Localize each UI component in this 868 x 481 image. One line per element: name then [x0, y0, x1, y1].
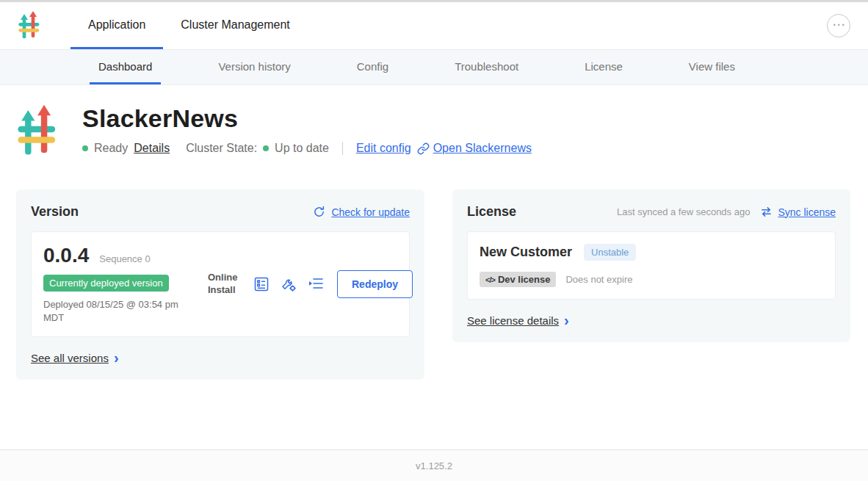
license-type-badge: </> Dev license: [480, 272, 556, 287]
redeploy-button[interactable]: Redeploy: [337, 270, 413, 298]
tab-dashboard[interactable]: Dashboard: [90, 50, 161, 84]
dashboard-main: SlackerNews Ready Details Cluster State:…: [0, 85, 868, 449]
edit-config-button[interactable]: [280, 275, 297, 293]
check-update-link-label: Check for update: [331, 206, 410, 218]
tab-config[interactable]: Config: [348, 50, 397, 84]
open-app-link-label: Open Slackernews: [433, 142, 532, 155]
edit-config-link[interactable]: Edit config: [356, 142, 411, 155]
cluster-state-dot: [263, 145, 269, 151]
app-header: SlackerNews Ready Details Cluster State:…: [16, 104, 850, 159]
sync-license-label: Sync license: [778, 206, 836, 218]
view-config-button[interactable]: [253, 275, 270, 293]
license-panel: New Customer Unstable </> Dev license Do…: [467, 231, 836, 300]
install-type-label: Online Install: [208, 272, 242, 297]
app-status-text: Ready: [94, 142, 128, 155]
cluster-state-value: Up to date: [275, 142, 329, 155]
sync-license-link[interactable]: Sync license: [760, 206, 836, 218]
check-update-link[interactable]: Check for update: [313, 206, 410, 218]
license-card: License Last synced a few seconds ago Sy…: [452, 189, 850, 342]
tab-troubleshoot[interactable]: Troubleshoot: [446, 50, 527, 84]
details-link[interactable]: Details: [134, 142, 170, 155]
open-app-link[interactable]: Open Slackernews: [417, 142, 532, 155]
console-footer: v1.125.2: [0, 449, 868, 481]
version-card-title: Version: [31, 204, 79, 220]
ready-status-dot: [82, 145, 88, 151]
deployed-timestamp: Deployed 08/15/25 @ 03:54 pm MDT: [43, 298, 190, 325]
link-icon: [417, 142, 430, 155]
tab-version-history[interactable]: Version history: [209, 50, 299, 84]
ellipsis-icon: ⋯: [833, 18, 845, 31]
code-icon: </>: [485, 275, 495, 284]
refresh-icon: [313, 206, 325, 218]
channel-badge: Unstable: [584, 244, 636, 261]
top-navigation-bar: Application Cluster Management ⋯: [0, 0, 868, 50]
top-tabs: Application Cluster Management: [70, 2, 308, 49]
current-version-panel: 0.0.4 Sequence 0 Currently deployed vers…: [31, 231, 410, 337]
customer-name: New Customer: [480, 245, 572, 260]
chevron-right-icon: ›: [564, 313, 569, 328]
logs-icon: [307, 276, 325, 292]
license-card-title: License: [467, 204, 516, 220]
last-synced-text: Last synced a few seconds ago: [617, 206, 750, 217]
console-version: v1.125.2: [416, 460, 452, 471]
tab-application[interactable]: Application: [70, 2, 163, 49]
see-license-details-link[interactable]: See license details ›: [467, 313, 836, 328]
see-all-versions-label: See all versions: [31, 352, 109, 364]
app-logo: [18, 2, 41, 49]
app-logo-icon-large: [16, 104, 59, 159]
deployed-badge: Currently deployed version: [43, 275, 169, 292]
app-logo-icon: [18, 11, 41, 40]
chevron-right-icon: ›: [114, 350, 119, 365]
version-card: Version Check for update 0.0.4 Sequence …: [16, 189, 424, 380]
checklist-icon: [253, 275, 270, 293]
license-expiry: Does not expire: [565, 274, 632, 285]
view-logs-button[interactable]: [307, 276, 325, 292]
see-all-versions-link[interactable]: See all versions ›: [31, 350, 410, 365]
cluster-state-label: Cluster State:: [186, 142, 257, 155]
app-subnav: Dashboard Version history Config Trouble…: [0, 50, 868, 85]
tab-view-files[interactable]: View files: [680, 50, 744, 84]
divider: [342, 142, 343, 155]
version-number: 0.0.4: [43, 244, 89, 267]
sequence-label: Sequence 0: [99, 253, 150, 264]
wrench-gear-icon: [280, 275, 297, 293]
page-title: SlackerNews: [82, 104, 532, 133]
tab-cluster-management[interactable]: Cluster Management: [163, 2, 308, 49]
tab-license[interactable]: License: [576, 50, 632, 84]
more-options-button[interactable]: ⋯: [827, 14, 850, 37]
app-status-row: Ready Details Cluster State: Up to date …: [82, 142, 532, 155]
license-type-label: Dev license: [498, 274, 551, 285]
sync-icon: [760, 206, 773, 217]
see-license-details-label: See license details: [467, 314, 559, 327]
